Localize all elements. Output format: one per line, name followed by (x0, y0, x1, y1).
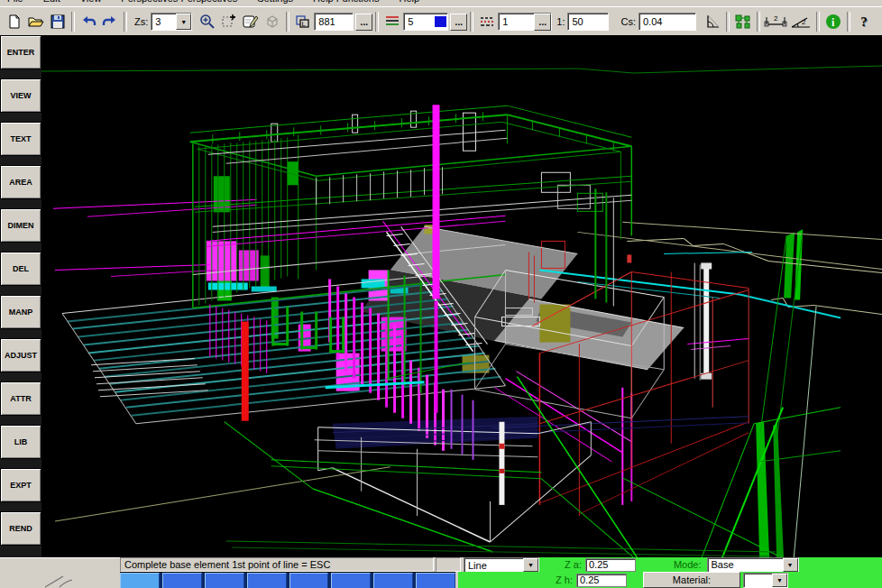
z-bottom-row: Z h: 0.25 Material: ▼ (458, 572, 882, 588)
toolbar-separator (726, 12, 730, 32)
zh-field[interactable]: 0.25 (576, 574, 627, 587)
menu-perspectives[interactable]: Perspectives Perspectives (121, 0, 237, 4)
zh-label: Z h: (556, 574, 573, 585)
pen-color-swatch[interactable] (435, 16, 446, 27)
edit-sheet-icon[interactable] (240, 12, 262, 32)
sidebar-button-expt[interactable]: EXPT (0, 468, 41, 502)
undo-icon[interactable] (78, 12, 99, 32)
sidebar-button-attr[interactable]: ATTR (0, 381, 41, 416)
angle-icon[interactable] (702, 12, 723, 32)
chevron-down-icon[interactable]: ▼ (772, 574, 787, 587)
status-spare-pane (436, 557, 461, 572)
palette-swatch[interactable] (373, 573, 413, 588)
menu-edit[interactable]: Edit (43, 0, 60, 4)
sidebar-button-rend[interactable]: REND (0, 511, 41, 546)
menu-bar: FileEditViewPerspectives PerspectivesSet… (0, 0, 882, 6)
z-top-row: Z a: 0.25 Mode: Base ▼ (539, 557, 882, 572)
chevron-down-icon[interactable]: ▼ (523, 558, 538, 572)
cad-application-window: { "menu": { "items": ["File", "Edit", "V… (0, 0, 882, 588)
partial-tool-icon (43, 574, 76, 588)
toolbar-separator (757, 12, 760, 32)
chevron-down-icon[interactable]: ▼ (176, 14, 191, 30)
line-type-browse-button[interactable]: ... (534, 14, 551, 31)
cs-field[interactable]: 0.04 (639, 13, 696, 31)
za-field[interactable]: 0.25 (585, 558, 636, 572)
dimension-horizontal-icon[interactable]: 2 (763, 12, 788, 32)
palette-swatch[interactable] (162, 573, 202, 588)
palette-swatch[interactable] (289, 573, 329, 588)
open-folder-icon[interactable] (25, 12, 47, 32)
structure-nodes-icon[interactable] (732, 12, 754, 32)
main-toolbar: Zs: 3 ▼ L 881 ... 5 ... 1 ... 1: 50 Cs (0, 6, 882, 36)
svg-text:2: 2 (802, 18, 806, 26)
palette-swatch[interactable] (247, 573, 287, 588)
sidebar-button-text[interactable]: TEXT (0, 122, 41, 156)
za-label: Z a: (565, 559, 582, 570)
layer-browse-button[interactable]: ... (355, 14, 372, 31)
sidebar-button-del[interactable]: DEL (0, 252, 41, 286)
menu-settings[interactable]: Settings (257, 0, 293, 4)
svg-text:2: 2 (774, 14, 778, 23)
scale-label: 1: (556, 16, 565, 27)
sidebar-button-manp[interactable]: MANP (0, 295, 41, 329)
color-palette-bar (120, 572, 455, 588)
zs-label: Zs: (134, 16, 148, 27)
toolbar-separator (816, 12, 820, 32)
pen-width-field[interactable]: 5 (403, 13, 448, 31)
palette-swatch-selected[interactable] (120, 573, 160, 588)
cs-label: Cs: (620, 16, 636, 27)
sidebar-button-dimen[interactable]: DIMEN (0, 208, 41, 243)
palette-swatch[interactable] (331, 573, 371, 588)
help-icon[interactable]: ? (853, 12, 875, 32)
status-bar: Complete base element 1st point of line … (120, 557, 882, 572)
zoom-in-icon[interactable] (197, 12, 218, 32)
new-document-icon[interactable] (4, 12, 25, 32)
sidebar-button-adjust[interactable]: ADJUST (0, 338, 41, 372)
sidebar-button-enter[interactable]: ENTER (0, 35, 41, 69)
line-type-combobox[interactable]: Line ▼ (464, 557, 539, 573)
menu-help[interactable]: Help (399, 0, 419, 4)
save-icon[interactable] (47, 12, 69, 32)
palette-swatch[interactable] (205, 573, 244, 588)
cube-3d-icon (262, 12, 283, 32)
select-move-icon[interactable] (218, 12, 240, 32)
drawing-canvas[interactable] (41, 35, 882, 557)
toolbar-separator (847, 12, 850, 32)
toolbar-separator (124, 12, 127, 32)
scale-field[interactable]: 50 (567, 13, 609, 31)
sidebar-button-lib[interactable]: LIB (0, 425, 41, 459)
sidebar-button-view[interactable]: VIEW (0, 78, 41, 113)
menu-help-functions[interactable]: Help Functions (313, 0, 379, 4)
mode-label: Mode: (674, 559, 702, 570)
toolbar-separator (470, 12, 473, 32)
toolbar-separator (375, 12, 379, 32)
redo-icon[interactable] (99, 12, 121, 32)
layer-number-field[interactable]: 881 (314, 13, 354, 31)
bottom-left-panel (0, 557, 120, 588)
pen-browse-button[interactable]: ... (450, 14, 467, 31)
dashed-lines-icon[interactable] (476, 12, 498, 32)
line-type-field[interactable]: 1 ... (498, 13, 552, 31)
sidebar-button-area[interactable]: AREA (0, 165, 41, 199)
line-style-icon (381, 12, 403, 32)
mode-combobox[interactable]: Base ▼ (707, 557, 799, 573)
status-message: Complete base element 1st point of line … (120, 557, 434, 572)
info-icon[interactable]: i (822, 12, 844, 32)
palette-swatch[interactable] (416, 573, 455, 588)
menu-view[interactable]: View (80, 0, 102, 4)
material-button[interactable]: Material: (643, 572, 740, 588)
building-wireframe-model (41, 35, 882, 557)
bottom-row: Z h: 0.25 Material: ▼ (120, 572, 882, 588)
zs-combobox[interactable]: 3 ▼ (151, 13, 192, 31)
tool-sidebar: ENTER VIEW TEXT AREA DIMEN DEL MANP ADJU… (0, 35, 41, 557)
toolbar-separator (286, 12, 289, 32)
material-combobox[interactable]: ▼ (743, 573, 788, 588)
dimension-angle-icon[interactable]: 2 (788, 12, 813, 32)
svg-text:L: L (302, 20, 307, 28)
layers-icon[interactable]: L (292, 12, 314, 32)
toolbar-separator (71, 12, 75, 32)
chevron-down-icon[interactable]: ▼ (783, 558, 798, 572)
menu-file[interactable]: File (7, 0, 23, 4)
